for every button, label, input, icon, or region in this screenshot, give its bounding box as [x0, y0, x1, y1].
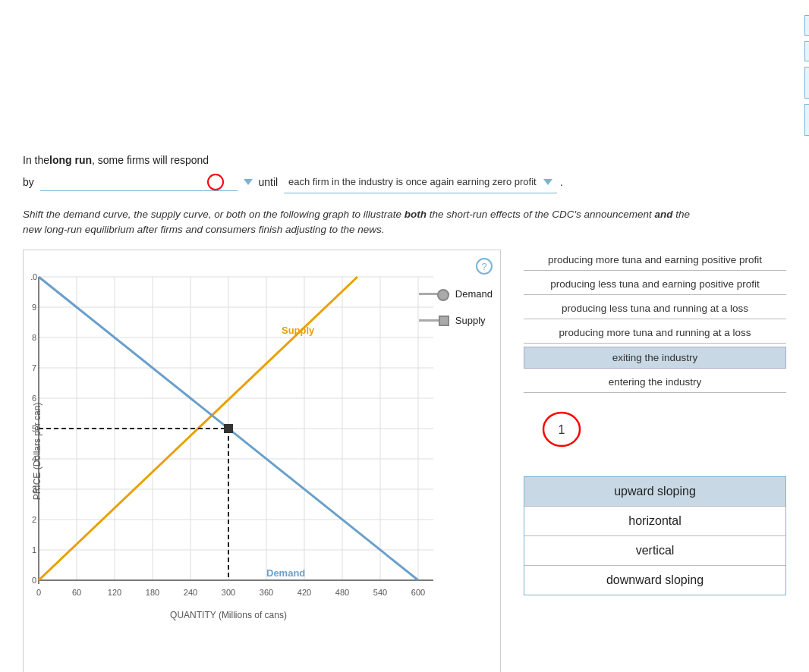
main-content: ? Demand Supply — [23, 250, 786, 672]
graph-container: ? Demand Supply — [23, 250, 501, 672]
sentence-until: until — [258, 173, 278, 192]
shape-option-horizontal[interactable]: horizontal — [524, 507, 785, 536]
y-tick-10: 10 — [31, 272, 37, 281]
sentence-prefix: In the — [23, 151, 49, 170]
circle-marker — [207, 174, 224, 190]
shape-option-downward[interactable]: downward sloping — [524, 566, 785, 595]
legend-supply: Supply — [419, 315, 493, 326]
equilibrium-point — [224, 424, 233, 433]
instructions: Shift the demand curve, the supply curve… — [23, 207, 786, 238]
y-tick-8: 8 — [32, 333, 36, 342]
answer-option-6[interactable]: entering the industry — [524, 372, 786, 393]
answer-option-5[interactable]: exiting the industry — [524, 347, 786, 369]
x-tick-540: 540 — [373, 588, 387, 597]
y-tick-0: 0 — [32, 576, 36, 585]
dropdown-option-3[interactable]: tuna populations grow large enough to su… — [804, 67, 809, 99]
graph-legend: Demand Supply — [419, 288, 493, 326]
answer-option-3[interactable]: producing less tuna and running at a los… — [524, 298, 786, 319]
x-tick-420: 420 — [297, 588, 311, 597]
sentence-bold: long run — [49, 151, 92, 170]
legend-supply-label: Supply — [455, 315, 486, 326]
sentence-period: . — [560, 173, 563, 192]
answer-option-4[interactable]: producing more tuna and running at a los… — [524, 322, 786, 344]
x-tick-480: 480 — [335, 588, 349, 597]
shape-option-vertical[interactable]: vertical — [524, 536, 785, 566]
dropdown-option-2[interactable]: new technologies are discovered that low… — [804, 41, 809, 61]
x-tick-600: 600 — [411, 588, 425, 597]
sentence-by: by — [23, 173, 34, 192]
red-circle-svg: 1 — [539, 408, 600, 450]
right-panel: producing more tuna and earning positive… — [524, 250, 786, 672]
help-icon[interactable]: ? — [476, 258, 493, 275]
x-tick-180: 180 — [146, 588, 159, 597]
x-tick-360: 360 — [260, 588, 273, 597]
until-value: each firm in the industry is once again … — [288, 173, 537, 190]
until-dropdown-arrow[interactable] — [543, 179, 552, 185]
x-axis-title: QUANTITY (Millions of cans) — [170, 610, 287, 620]
answer-options: producing more tuna and earning positive… — [524, 250, 786, 393]
legend-supply-line — [419, 319, 449, 322]
supply-label: Supply — [282, 325, 315, 336]
legend-demand-label: Demand — [455, 288, 493, 300]
x-tick-240: 240 — [184, 588, 197, 597]
top-dropdown-section: consumer demand returns to its original … — [23, 15, 786, 136]
legend-demand-line — [419, 293, 449, 295]
y-tick-2: 2 — [32, 515, 36, 524]
shape-options: upward sloping horizontal vertical downw… — [524, 476, 786, 595]
dropdown-option-4[interactable]: each firm in the industry is once again … — [804, 104, 809, 136]
demand-label: Demand — [266, 567, 305, 579]
answer-option-1[interactable]: producing more tuna and earning positive… — [524, 250, 786, 271]
x-tick-60: 60 — [72, 588, 81, 597]
y-tick-6: 6 — [32, 394, 36, 403]
sentence-section: In the long run , some firms will respon… — [23, 151, 786, 193]
by-dropdown-arrow[interactable] — [244, 179, 253, 185]
circle-annotation: 1 — [524, 408, 786, 454]
shape-option-upward[interactable]: upward sloping — [524, 477, 785, 507]
sentence-middle: , some firms will respond — [92, 151, 209, 170]
legend-demand: Demand — [419, 288, 493, 300]
x-tick-0: 0 — [36, 588, 41, 597]
until-dropdown[interactable]: each firm in the industry is once again … — [284, 171, 557, 193]
y-tick-1: 1 — [32, 545, 36, 554]
y-tick-7: 7 — [32, 363, 36, 372]
x-tick-300: 300 — [222, 588, 235, 597]
dropdown-option-1[interactable]: consumer demand returns to its original … — [804, 15, 809, 36]
svg-text:1: 1 — [559, 423, 565, 436]
y-tick-9: 9 — [32, 303, 36, 312]
by-dropdown[interactable] — [40, 174, 238, 191]
y-axis-title: PRICE (Dollars per can) — [32, 403, 42, 501]
answer-option-2[interactable]: producing less tuna and earning positive… — [524, 274, 786, 295]
graph-svg[interactable]: Supply Demand 10 9 8 7 6 5 4 3 2 1 0 — [31, 262, 456, 633]
x-tick-120: 120 — [108, 588, 121, 597]
